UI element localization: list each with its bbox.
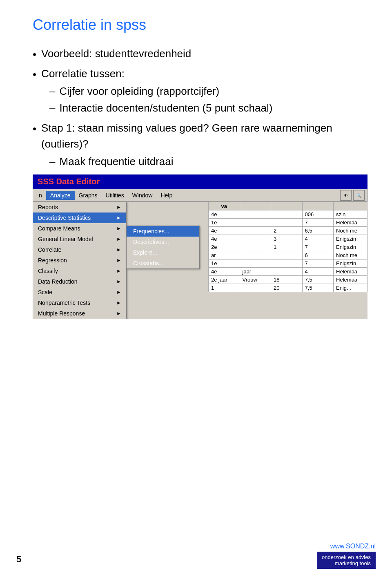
sub-item-3-1: Maak frequentie uitdraai [49,154,368,170]
sub-list-3: Maak frequentie uitdraai [49,154,368,170]
cell-r6c1: ar [209,251,240,259]
bullet-item-1: Voorbeeld: studenttevredenheid [33,46,368,63]
slide-title: Correlatie in spss [33,16,368,34]
tagline-line1: onderzoek en advies [322,554,371,560]
cell-r4c3: 3 [271,235,303,243]
cell-r5c3: 1 [271,243,303,251]
cell-r9c4: 7,5 [302,276,334,284]
toolbar-btn-1[interactable]: 👁 [340,190,352,201]
menu-classify[interactable]: Classify ► [33,266,126,276]
sub-list-2: Cijfer voor opleiding (rapportcijfer) In… [49,83,368,116]
spss-body: Reports ► Descriptive Statistics ► Frequ… [33,202,368,319]
arrow-regression: ► [116,257,121,263]
cell-r3c5: Noch me [334,227,368,235]
arrow-correlate: ► [116,247,121,253]
arrow-desc-stats: ► [116,215,121,221]
arrow-compare: ► [116,226,121,231]
table-row: 4e jaar 4 Helemaa [209,268,368,276]
data-table: va 4e 006 szin [208,202,368,292]
arrow-reports: ► [116,204,121,210]
cell-r2c3 [271,219,303,227]
cell-r6c5: Noch me [334,251,368,259]
menu-compare-means[interactable]: Compare Means ► [33,223,126,234]
cell-r4c5: Enigszin [334,235,368,243]
arrow-glm: ► [116,236,121,242]
table-row: 4e 2 6,5 Noch me [209,227,368,235]
submenu-explore[interactable]: Explore... [127,247,199,258]
cell-r9c2: Vrouw [240,276,271,284]
page-number: 5 [16,554,21,565]
cell-r1c5: szin [334,210,368,219]
submenu-descriptives[interactable]: Descriptives... [127,237,199,247]
menu-graphs[interactable]: Graphs [75,191,102,200]
table-row: 1e 7 Helemaa [209,219,368,227]
bullet-text-3: Stap 1: staan missing values goed? Geen … [41,120,368,170]
tagline-box: onderzoek en advies marketing tools [317,552,376,569]
bullet-item-3: Stap 1: staan missing values goed? Geen … [33,120,368,170]
cell-r9c1: 2e jaar [209,276,240,284]
cell-r1c4: 006 [302,210,334,219]
menu-n[interactable]: n [35,191,46,200]
cell-r8c1: 4e [209,268,240,276]
cell-r2c1: 1e [209,219,240,227]
submenu-crosstabs[interactable]: Crosstabs... [127,258,199,268]
menu-window[interactable]: Window [128,191,157,200]
table-row: 1e 7 Enigszin [209,259,368,268]
cell-r5c5: Enigszin [334,243,368,251]
cell-r3c1: 4e [209,227,240,235]
cell-r6c4: 6 [302,251,334,259]
menu-descriptive-statistics[interactable]: Descriptive Statistics ► Frequencies... … [33,212,126,223]
cell-r7c4: 7 [302,259,334,268]
website-prefix: www. [330,543,346,550]
table-row: ar 6 Noch me [209,251,368,259]
arrow-scale: ► [116,289,121,295]
menu-utilities[interactable]: Utilities [102,191,128,200]
cell-r2c4: 7 [302,219,334,227]
menu-correlate[interactable]: Correlate ► [33,244,126,255]
cell-r7c1: 1e [209,259,240,268]
menu-data-reduction[interactable]: Data Reduction ► [33,276,126,287]
toolbar-area: 👁 🔍 [340,190,365,201]
table-row: 1 20 7,5 Enig... [209,284,368,292]
cell-r8c5: Helemaa [334,268,368,276]
cell-r8c3 [271,268,303,276]
bullet-text-2: Correlatie tussen: Cijfer voor opleiding… [41,66,368,117]
spss-menubar: n Analyze Graphs Utilities Window Help 👁… [33,189,368,202]
toolbar-btn-2[interactable]: 🔍 [353,190,365,201]
cell-r4c4: 4 [302,235,334,243]
table-row: 4e 3 4 Enigszin [209,235,368,243]
col-header-4 [302,202,334,210]
col-header-5 [334,202,368,210]
menu-glm[interactable]: General Linear Model ► [33,234,126,244]
cell-r10c4: 7,5 [302,284,334,292]
sub-item-2-2: Interactie docenten/studenten (5 punt sc… [49,100,368,116]
menu-nonparametric[interactable]: Nonparametric Tests ► [33,297,126,308]
submenu-frequencies[interactable]: Frequencies... [127,226,199,237]
footer-brand: www.SONDZ.nl onderzoek en advies marketi… [317,543,376,569]
cell-r5c1: 2e [209,243,240,251]
cell-r7c5: Enigszin [334,259,368,268]
cell-r1c1: 4e [209,210,240,219]
menu-regression[interactable]: Regression ► [33,255,126,266]
menu-scale[interactable]: Scale ► [33,287,126,297]
menu-reports[interactable]: Reports ► [33,202,126,212]
cell-r8c2: jaar [240,268,271,276]
descriptive-submenu: Frequencies... Descriptives... Explore..… [126,226,200,269]
tagline-line2: marketing tools [322,560,371,566]
menu-analyze[interactable]: Analyze [46,191,75,200]
website-tld: .nl [369,543,376,550]
cell-r1c2 [240,210,271,219]
arrow-classify: ► [116,268,121,274]
cell-r6c2 [240,251,271,259]
spss-window: SSS Data Editor n Analyze Graphs Utiliti… [33,174,368,319]
cell-r10c5: Enig... [334,284,368,292]
cell-r4c2 [240,235,271,243]
cell-r8c4: 4 [302,268,334,276]
cell-r9c5: Helemaa [334,276,368,284]
cell-r2c2 [240,219,271,227]
main-content: Correlatie in spss Voorbeeld: studenttev… [0,0,392,335]
menu-multiple-response[interactable]: Multiple Response ► [33,308,126,319]
cell-r4c1: 4e [209,235,240,243]
title-rest: SS Data Editor [43,177,100,186]
menu-help[interactable]: Help [156,191,176,200]
